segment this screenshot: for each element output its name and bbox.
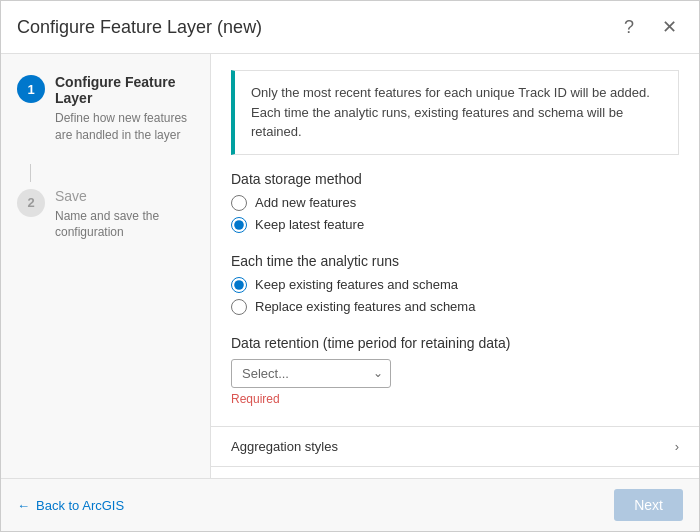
radio-replace-existing[interactable]: Replace existing features and schema	[231, 299, 679, 315]
dialog-header: Configure Feature Layer (new) ? ✕	[1, 1, 699, 54]
step-1-content: Configure Feature Layer Define how new f…	[55, 74, 194, 144]
step-1-number: 1	[17, 75, 45, 103]
required-text: Required	[231, 392, 679, 406]
aggregation-styles-row[interactable]: Aggregation styles ›	[211, 427, 699, 467]
select-wrapper: Select... ⌄	[231, 359, 391, 388]
dialog-title: Configure Feature Layer (new)	[17, 17, 262, 38]
step-divider	[30, 164, 31, 182]
back-arrow-icon: ←	[17, 498, 30, 513]
back-link-label: Back to ArcGIS	[36, 498, 124, 513]
data-storage-group: Data storage method Add new features Kee…	[231, 171, 679, 233]
form-section: Data storage method Add new features Kee…	[211, 171, 699, 426]
data-retention-group: Data retention (time period for retainin…	[231, 335, 679, 406]
radio-add-new-label: Add new features	[255, 195, 356, 210]
back-to-arcgis-link[interactable]: ← Back to ArcGIS	[17, 498, 124, 513]
radio-add-new-input[interactable]	[231, 195, 247, 211]
close-button[interactable]: ✕	[655, 13, 683, 41]
analytic-runs-label: Each time the analytic runs	[231, 253, 679, 269]
radio-replace-existing-input[interactable]	[231, 299, 247, 315]
analytic-runs-group: Each time the analytic runs Keep existin…	[231, 253, 679, 315]
step-2-content: Save Name and save the configuration	[55, 188, 194, 242]
sidebar: 1 Configure Feature Layer Define how new…	[1, 54, 211, 478]
next-button[interactable]: Next	[614, 489, 683, 521]
editor-tracking-row[interactable]: Editor tracking ›	[211, 467, 699, 479]
step-1-title: Configure Feature Layer	[55, 74, 194, 106]
step-2-desc: Name and save the configuration	[55, 208, 194, 242]
aggregation-styles-label: Aggregation styles	[231, 439, 338, 454]
footer: ← Back to ArcGIS Next	[1, 478, 699, 531]
main-layout: 1 Configure Feature Layer Define how new…	[1, 54, 699, 478]
content-area: Only the most recent features for each u…	[211, 54, 699, 478]
data-retention-select[interactable]: Select...	[231, 359, 391, 388]
step-2-number: 2	[17, 189, 45, 217]
help-button[interactable]: ?	[615, 13, 643, 41]
radio-keep-existing-input[interactable]	[231, 277, 247, 293]
radio-keep-existing[interactable]: Keep existing features and schema	[231, 277, 679, 293]
radio-keep-latest[interactable]: Keep latest feature	[231, 217, 679, 233]
step-1-desc: Define how new features are handled in t…	[55, 110, 194, 144]
radio-add-new[interactable]: Add new features	[231, 195, 679, 211]
radio-keep-latest-input[interactable]	[231, 217, 247, 233]
collapsible-sections: Aggregation styles › Editor tracking ›	[211, 426, 699, 479]
step-1: 1 Configure Feature Layer Define how new…	[17, 74, 194, 144]
data-storage-label: Data storage method	[231, 171, 679, 187]
radio-keep-existing-label: Keep existing features and schema	[255, 277, 458, 292]
header-actions: ? ✕	[615, 13, 683, 41]
info-text: Only the most recent features for each u…	[251, 85, 650, 139]
step-2-title: Save	[55, 188, 194, 204]
step-2: 2 Save Name and save the configuration	[17, 188, 194, 242]
aggregation-styles-chevron-icon: ›	[675, 439, 679, 454]
info-box: Only the most recent features for each u…	[231, 70, 679, 155]
data-retention-label: Data retention (time period for retainin…	[231, 335, 679, 351]
radio-replace-existing-label: Replace existing features and schema	[255, 299, 475, 314]
radio-keep-latest-label: Keep latest feature	[255, 217, 364, 232]
